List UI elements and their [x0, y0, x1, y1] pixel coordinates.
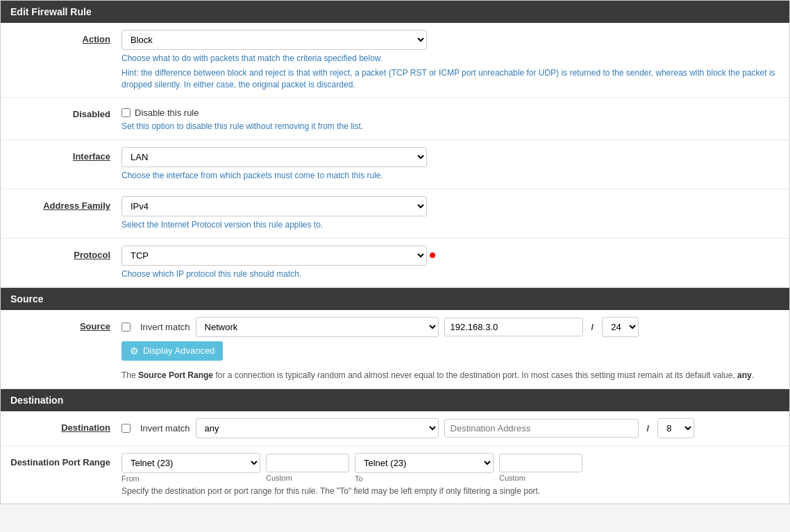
disabled-content: Disable this rule Set this option to dis… [121, 105, 780, 132]
source-type-select[interactable]: Network any Single host or alias LAN sub… [196, 317, 439, 337]
address-family-row: Address Family IPv4 IPv6 IPv4+IPv6 Selec… [1, 189, 789, 239]
source-content: Invert match Network any Single host or … [121, 317, 780, 381]
required-dot [430, 252, 435, 258]
protocol-select[interactable]: TCP UDP ICMP Any [121, 246, 427, 266]
source-invert-checkbox[interactable] [121, 323, 131, 332]
port-from-custom-input[interactable] [266, 454, 349, 472]
interface-select[interactable]: LAN WAN VLAN [121, 147, 427, 167]
protocol-label: Protocol [10, 246, 121, 260]
action-label: Action [10, 30, 121, 44]
destination-invert-checkbox[interactable] [121, 424, 131, 433]
port-to-label: To [355, 474, 494, 483]
action-select[interactable]: Block Pass Reject [121, 30, 427, 50]
destination-header: Destination [1, 389, 789, 411]
disabled-checkbox[interactable] [121, 108, 131, 117]
protocol-content: TCP UDP ICMP Any Choose which IP protoco… [121, 246, 780, 280]
source-label: Source [10, 317, 121, 332]
destination-address-input[interactable] [444, 419, 639, 438]
interface-content: LAN WAN VLAN Choose the interface from w… [121, 147, 780, 182]
display-advanced-label: Display Advanced [143, 345, 215, 356]
destination-label: Destination [10, 418, 121, 433]
dest-slash: / [644, 423, 653, 434]
port-to-custom-input[interactable] [499, 454, 582, 472]
disabled-checkbox-label: Disable this rule [135, 108, 199, 118]
gear-icon [130, 345, 139, 357]
source-cidr-select[interactable]: 8162425262728293032 [602, 317, 639, 337]
disabled-label: Disabled [10, 105, 121, 119]
source-address-input[interactable] [444, 318, 583, 336]
action-content: Block Pass Reject Choose what to do with… [121, 30, 780, 90]
disabled-help: Set this option to disable this rule wit… [121, 121, 780, 132]
destination-port-label: Destination Port Range [10, 453, 121, 467]
port-from-select[interactable]: Telnet (23) HTTP (80) HTTPS (443) Custom [121, 453, 260, 473]
address-family-label: Address Family [10, 196, 121, 211]
action-help1: Choose what to do with packets that matc… [121, 53, 780, 65]
interface-label: Interface [10, 147, 121, 162]
protocol-row: Protocol TCP UDP ICMP Any Choose which I… [1, 239, 789, 288]
port-to-custom-label: Custom [499, 474, 582, 482]
destination-cidr-select[interactable]: 8162425262728293032 [657, 418, 694, 438]
source-invert-label: Invert match [140, 322, 190, 332]
destination-port-content: Telnet (23) HTTP (80) HTTPS (443) Custom… [121, 453, 780, 497]
page-title: Edit Firewall Rule [1, 1, 789, 23]
address-family-content: IPv4 IPv6 IPv4+IPv6 Select the Internet … [121, 196, 780, 231]
interface-help: Choose the interface from which packets … [121, 170, 780, 182]
destination-content: Invert match any Network Single host or … [121, 418, 780, 438]
protocol-help: Choose which IP protocol this rule shoul… [121, 268, 780, 280]
destination-port-row: Destination Port Range Telnet (23) HTTP … [1, 446, 789, 504]
port-range-help: Specify the destination port or port ran… [121, 486, 780, 497]
source-row: Source Invert match Network any Single h… [1, 310, 789, 389]
destination-invert-label: Invert match [140, 423, 190, 434]
slash-separator: / [589, 322, 597, 332]
source-advanced-help: The Source Port Range for a connection i… [121, 369, 780, 381]
source-header: Source [1, 288, 789, 310]
action-row: Action Block Pass Reject Choose what to … [1, 23, 789, 98]
disabled-row: Disabled Disable this rule Set this opti… [1, 98, 789, 140]
port-from-custom-label: Custom [266, 474, 349, 482]
address-family-select[interactable]: IPv4 IPv6 IPv4+IPv6 [121, 196, 427, 216]
port-from-label: From [121, 474, 260, 483]
port-to-select[interactable]: Telnet (23) HTTP (80) HTTPS (443) Custom [355, 453, 494, 473]
display-advanced-button[interactable]: Display Advanced [121, 341, 223, 361]
action-help2: Hint: the difference between block and r… [121, 67, 780, 91]
address-family-help: Select the Internet Protocol version thi… [121, 219, 780, 231]
destination-row: Destination Invert match any Network Sin… [1, 411, 789, 446]
destination-type-select[interactable]: any Network Single host or alias LAN sub… [196, 418, 439, 438]
interface-row: Interface LAN WAN VLAN Choose the interf… [1, 140, 789, 189]
